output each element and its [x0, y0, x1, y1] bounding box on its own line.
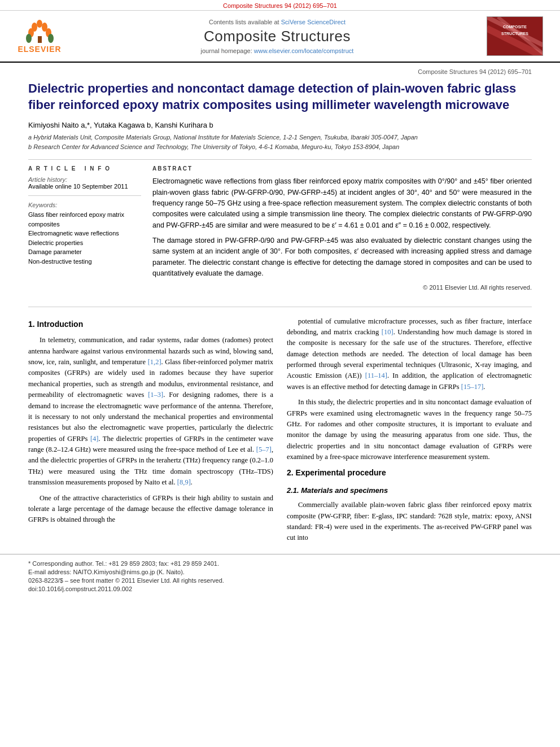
- subsection-heading: 2.1. Materials and specimens: [287, 485, 532, 496]
- journal-header: ELSEVIER Contents lists available at Sci…: [0, 11, 560, 63]
- keyword-1: Glass fiber reinforced epoxy matrix comp…: [28, 210, 141, 229]
- history-label: Article history:: [28, 176, 141, 183]
- ref-8-9[interactable]: [8,9]: [177, 478, 191, 486]
- section1-p2: One of the attractive characteristics of…: [28, 493, 273, 526]
- footnote-area: * Corresponding author. Tel.: +81 29 859…: [0, 554, 560, 600]
- elsevier-logo-area: ELSEVIER: [11, 19, 68, 54]
- ref-4[interactable]: [4]: [90, 435, 99, 443]
- section2-heading: 2. Experimental procedure: [287, 467, 532, 479]
- section1-right-p1: potential of cumulative microfracture pr…: [287, 316, 532, 393]
- authors-line: Kimiyoshi Naito a,*, Yutaka Kagawa b, Ka…: [28, 121, 532, 129]
- ref-15-17[interactable]: [15–17]: [461, 383, 484, 391]
- article-citation: Composite Structures 94 (2012) 695–701: [28, 68, 532, 75]
- paper-content: Composite Structures 94 (2012) 695–701 D…: [0, 63, 560, 302]
- divider-2: [28, 195, 141, 196]
- top-bar: Composite Structures 94 (2012) 695–701: [0, 0, 560, 11]
- body-content: 1. Introduction In telemetry, communicat…: [0, 316, 560, 548]
- issn-footnote: 0263-8223/$ – see front matter © 2011 El…: [28, 577, 532, 584]
- cs-logo-graphic: COMPOSITE STRUCTURES: [487, 17, 543, 55]
- abstract-col: ABSTRACT Electromagnetic wave reflection…: [152, 165, 532, 290]
- affiliation-a: a Hybrid Materials Unit, Composite Mater…: [28, 133, 532, 142]
- svg-text:COMPOSITE: COMPOSITE: [503, 25, 527, 29]
- article-info-abstract: A R T I C L E I N F O Article history: A…: [28, 165, 532, 290]
- body-col-left: 1. Introduction In telemetry, communicat…: [28, 316, 273, 548]
- abstract-text: Electromagnetic wave reflections from gl…: [152, 176, 532, 279]
- copyright-text: © 2011 Elsevier Ltd. All rights reserved…: [152, 284, 532, 291]
- abstract-label: ABSTRACT: [152, 165, 532, 172]
- homepage-link[interactable]: www.elsevier.com/locate/compstruct: [254, 47, 354, 54]
- keyword-2: Electromagnetic wave reflections: [28, 229, 141, 238]
- authors-text: Kimiyoshi Naito a,*, Yutaka Kagawa b, Ka…: [28, 121, 213, 129]
- paper-title: Dielectric properties and noncontact dam…: [28, 81, 532, 113]
- citation-label: Composite Structures 94 (2012) 695–701: [418, 68, 532, 75]
- divider-1: [28, 159, 532, 160]
- article-info-label: A R T I C L E I N F O: [28, 165, 141, 172]
- cs-logo: COMPOSITE STRUCTURES: [487, 16, 543, 56]
- svg-point-0: [37, 20, 42, 28]
- affiliations: a Hybrid Materials Unit, Composite Mater…: [28, 133, 532, 151]
- email-footnote: E-mail address: NAITO.Kimiyoshi@nims.go.…: [28, 569, 532, 575]
- section2-p1: Commercially available plain-woven fabri…: [287, 500, 532, 544]
- elsevier-tree-icon: [24, 19, 55, 45]
- svg-rect-7: [38, 36, 42, 43]
- body-col-right: potential of cumulative microfracture pr…: [287, 316, 532, 548]
- elsevier-wordmark: ELSEVIER: [18, 45, 61, 54]
- ref-1-3[interactable]: [1–3]: [148, 391, 163, 399]
- article-info-col: A R T I C L E I N F O Article history: A…: [28, 165, 141, 290]
- svg-point-5: [26, 34, 32, 43]
- doi-footnote: doi:10.1016/j.compstruct.2011.09.002: [28, 586, 532, 592]
- citation-text: Composite Structures 94 (2012) 695–701: [223, 2, 337, 9]
- ref-5-7[interactable]: [5–7]: [256, 445, 272, 453]
- svg-point-6: [48, 34, 54, 43]
- keyword-5: Non-destructive testing: [28, 257, 141, 267]
- keywords-section: Keywords: Glass fiber reinforced epoxy m…: [28, 202, 141, 266]
- divider-3: [28, 307, 532, 307]
- affiliation-b: b Research Center for Advanced Science a…: [28, 142, 532, 152]
- article-history: Article history: Available online 10 Sep…: [28, 176, 141, 190]
- section1-p1: In telemetry, communication, and radar s…: [28, 335, 273, 488]
- journal-title: Composite Structures: [68, 28, 487, 45]
- header-center: Contents lists available at SciVerse Sci…: [68, 19, 487, 54]
- ref-10[interactable]: [10]: [382, 328, 393, 336]
- keywords-label: Keywords:: [28, 202, 141, 208]
- elsevier-logo: ELSEVIER: [11, 19, 68, 54]
- ref-11-14[interactable]: [11–14]: [365, 372, 387, 379]
- cs-logo-area: COMPOSITE STRUCTURES: [487, 16, 549, 56]
- section1-right-p2: In this study, the dielectric properties…: [287, 397, 532, 462]
- section1-heading: 1. Introduction: [28, 318, 273, 331]
- svg-text:STRUCTURES: STRUCTURES: [501, 32, 528, 36]
- contents-link: Contents lists available at SciVerse Sci…: [68, 19, 487, 25]
- sciverse-link[interactable]: SciVerse ScienceDirect: [281, 19, 345, 25]
- keyword-4: Damage parameter: [28, 247, 141, 257]
- journal-homepage: journal homepage: www.elsevier.com/locat…: [68, 47, 487, 54]
- ref-1-2[interactable]: [1,2]: [148, 358, 161, 366]
- abstract-p1: Electromagnetic wave reflections from gl…: [152, 176, 532, 231]
- available-online: Available online 10 September 2011: [28, 183, 141, 190]
- corresponding-footnote: * Corresponding author. Tel.: +81 29 859…: [28, 560, 532, 567]
- abstract-p2: The damage stored in PW-GFRP-0/90 and PW…: [152, 235, 532, 279]
- keyword-3: Dielectric properties: [28, 238, 141, 248]
